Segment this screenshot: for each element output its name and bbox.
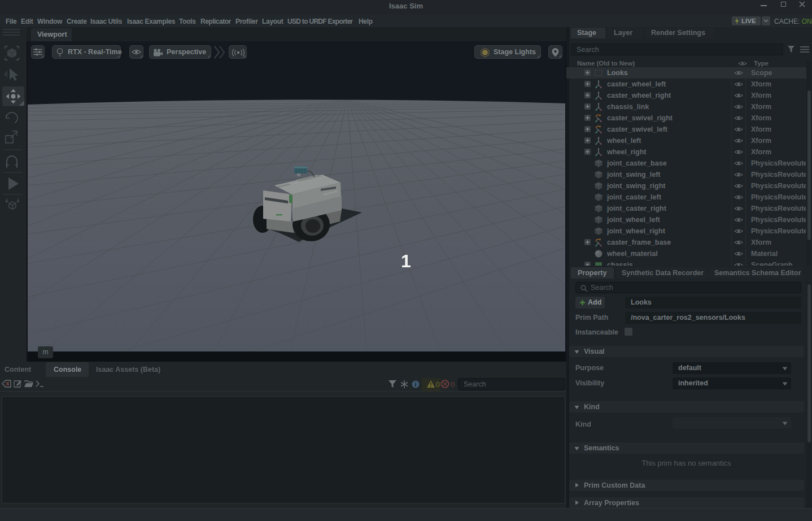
- svg-text:0: 0: [451, 380, 455, 389]
- svg-text:0: 0: [434, 380, 440, 389]
